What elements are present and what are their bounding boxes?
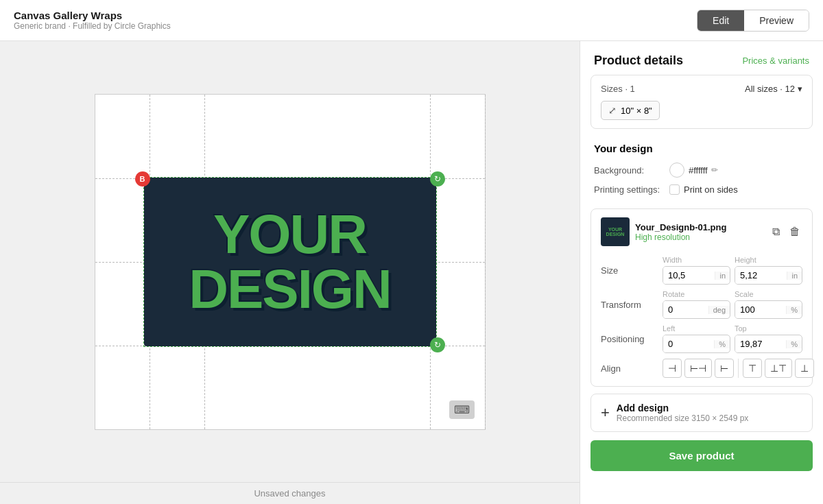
rotate-sublabel: Rotate: [663, 290, 730, 298]
align-center-h-button[interactable]: ⊢⊣: [684, 359, 712, 378]
add-design-text: Add design Recommended size 3150 × 2549 …: [617, 403, 748, 423]
header-tabs: Edit Preview: [697, 10, 809, 32]
rotate-icon-br: ↻: [434, 340, 441, 350]
your-design-title: Your design: [594, 143, 809, 154]
your-design-section: Your design Background: #ffffff ✏ Printi…: [580, 136, 823, 208]
panel-scroll: Sizes · 1 All sizes · 12 ▾ ⤢ 10" × 8" Yo…: [580, 75, 823, 504]
design-card-actions: ⧉ 🗑: [770, 224, 802, 240]
add-plus-icon: +: [601, 404, 610, 422]
panel-title: Product details: [594, 53, 683, 68]
add-design-sublabel: Recommended size 3150 × 2549 px: [617, 413, 748, 423]
size-inputs: Width in Height in: [663, 256, 802, 285]
prices-variants-link[interactable]: Prices & variants: [742, 56, 809, 66]
app-header: Canvas Gallery Wraps Generic brand · Ful…: [0, 0, 823, 41]
design-area[interactable]: YOUR DESIGN: [143, 177, 437, 347]
scale-unit: %: [786, 306, 802, 314]
tab-edit[interactable]: Edit: [697, 10, 744, 31]
positioning-inputs: Left % Top %: [663, 324, 802, 353]
chevron-down-icon: ▾: [798, 84, 802, 94]
print-on-sides-checkbox[interactable]: [669, 184, 680, 195]
height-input-wrap: in: [735, 266, 802, 285]
top-unit: %: [786, 340, 802, 348]
align-middle-v-button[interactable]: ⊥⊤: [765, 359, 792, 378]
print-on-sides-label: Print on sides: [684, 184, 738, 195]
align-bottom-button[interactable]: ⊥: [795, 359, 814, 378]
width-input[interactable]: [663, 267, 715, 284]
unsaved-label: Unsaved changes: [254, 488, 325, 499]
design-thumbnail: YOURDESIGN: [601, 217, 630, 246]
top-sublabel: Top: [735, 324, 802, 333]
product-title: Canvas Gallery Wraps: [14, 10, 171, 21]
align-top-button[interactable]: ⊤: [743, 359, 762, 378]
tab-preview[interactable]: Preview: [744, 10, 809, 31]
rotate-unit: deg: [708, 306, 730, 314]
design-content: YOUR DESIGN: [144, 178, 436, 346]
add-design-title: Add design: [617, 403, 748, 413]
design-file-name: Your_Designb-01.png: [635, 222, 765, 232]
positioning-label: Positioning: [601, 334, 663, 344]
width-input-wrap: in: [663, 266, 730, 285]
design-text-design: DESIGN: [189, 262, 391, 317]
add-design-section[interactable]: + Add design Recommended size 3150 × 254…: [591, 394, 813, 432]
size-field-row: Size Width in Height: [601, 256, 802, 285]
align-divider: [738, 359, 739, 378]
left-sublabel: Left: [663, 324, 730, 333]
rotate-input[interactable]: [663, 301, 708, 318]
align-right-button[interactable]: ⊢: [715, 359, 734, 378]
left-input-wrap: %: [663, 335, 730, 353]
background-row: Background: #ffffff ✏: [594, 163, 809, 178]
size-chip[interactable]: ⤢ 10" × 8": [601, 101, 660, 120]
unsaved-bar: Unsaved changes: [0, 482, 580, 504]
handle-top-left[interactable]: B: [135, 171, 150, 187]
sizes-all-dropdown[interactable]: All sizes · 12 ▾: [745, 84, 802, 94]
transform-label: Transform: [601, 300, 663, 310]
design-text-your: YOUR: [213, 207, 366, 262]
size-chip-label: 10" × 8": [621, 106, 652, 116]
background-swatch[interactable]: [669, 163, 684, 178]
handle-bottom-right[interactable]: ↻: [430, 337, 445, 352]
rotate-input-wrap: deg: [663, 300, 730, 319]
right-panel: Product details Prices & variants Sizes …: [580, 41, 823, 504]
left-input[interactable]: [663, 335, 714, 352]
design-file-info: Your_Designb-01.png High resolution: [635, 222, 765, 242]
grid-v4: [485, 95, 486, 429]
keyboard-shortcuts-icon[interactable]: ⌨: [449, 400, 475, 419]
design-file-resolution: High resolution: [635, 232, 765, 242]
delete-design-button[interactable]: 🗑: [787, 224, 802, 240]
top-input[interactable]: [735, 335, 786, 352]
product-subtitle: Generic brand · Fulfilled by Circle Grap…: [14, 21, 171, 31]
thumb-text: YOURDESIGN: [606, 227, 625, 237]
panel-header: Product details Prices & variants: [580, 41, 823, 75]
align-left-button[interactable]: ⊣: [663, 359, 682, 378]
design-card-header: YOURDESIGN Your_Designb-01.png High reso…: [601, 217, 802, 246]
background-label: Background:: [594, 165, 669, 176]
height-unit: in: [787, 272, 802, 280]
printing-label: Printing settings:: [594, 184, 669, 195]
positioning-field-row: Positioning Left % Top: [601, 324, 802, 353]
design-file-card: YOURDESIGN Your_Designb-01.png High reso…: [591, 208, 813, 387]
align-label: Align: [601, 363, 663, 374]
handle-top-right[interactable]: ↻: [430, 171, 445, 187]
left-unit: %: [714, 340, 730, 348]
background-value: #ffffff: [689, 165, 708, 176]
size-expand-icon: ⤢: [608, 105, 617, 116]
save-product-button[interactable]: Save product: [591, 440, 813, 471]
width-unit: in: [715, 272, 730, 280]
canvas-area: YOUR DESIGN B ↻ ↻ ⌨: [0, 41, 580, 482]
printing-row: Printing settings: Print on sides: [594, 184, 809, 195]
sizes-section: Sizes · 1 All sizes · 12 ▾ ⤢ 10" × 8": [591, 75, 813, 129]
transform-field-row: Transform Rotate deg Scale: [601, 290, 802, 319]
top-input-wrap: %: [735, 335, 802, 353]
scale-sublabel: Scale: [735, 290, 802, 298]
background-edit-icon[interactable]: ✏: [711, 165, 718, 175]
scale-input-wrap: %: [735, 300, 802, 319]
scale-input[interactable]: [735, 301, 786, 318]
rotate-icon-tr: ↻: [434, 174, 441, 184]
copy-design-button[interactable]: ⧉: [770, 224, 782, 240]
header-left: Canvas Gallery Wraps Generic brand · Ful…: [14, 10, 171, 31]
size-label: Size: [601, 265, 663, 276]
sizes-header: Sizes · 1 All sizes · 12 ▾: [601, 84, 802, 94]
align-row: Align ⊣ ⊢⊣ ⊢ ⊤ ⊥⊤ ⊥: [601, 359, 802, 378]
height-input[interactable]: [735, 267, 787, 284]
transform-inputs: Rotate deg Scale %: [663, 290, 802, 319]
